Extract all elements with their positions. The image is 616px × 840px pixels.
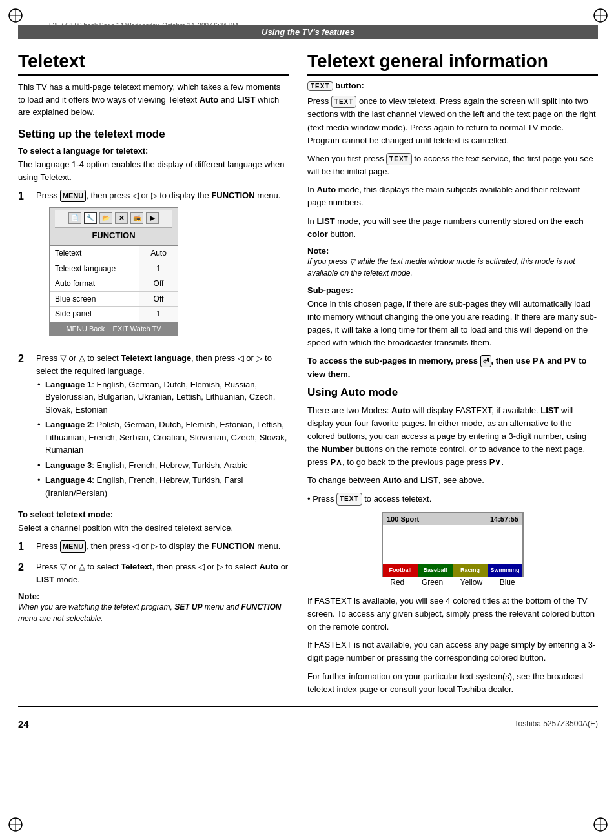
step-1b: 1 Press MENU, then press ◁ or ▷ to displ… xyxy=(18,540,289,555)
fastext-screen: 100 Sport 14:57:55 Football Baseball Rac… xyxy=(382,512,524,577)
using-auto-p2: To change between Auto and LIST, see abo… xyxy=(307,474,598,487)
function-menu: 📄 🔧 📂 ✕ 📻 ▶ FUNCTION Teletext Aut xyxy=(49,207,178,336)
page-footer: 24 Toshiba 5257Z3500A(E) xyxy=(18,719,598,730)
text-btn-para2: When you first press TEXT to access the … xyxy=(307,152,598,178)
menu-row-teletext: Teletext Auto xyxy=(50,246,178,261)
menu-label-blue-screen: Blue screen xyxy=(50,292,139,307)
menu-button-inline: MENU xyxy=(60,190,86,202)
menu-label-lang: Teletext language xyxy=(50,261,139,276)
language-3-item: Language 3: English, French, Hebrew, Tur… xyxy=(36,459,289,472)
fastext-green: Baseball xyxy=(418,564,453,577)
teletext-title: Teletext xyxy=(18,51,289,76)
step-2-text: Press ▽ or △ to select Teletext language… xyxy=(36,353,272,376)
menu-icon-6: ▶ xyxy=(146,212,159,224)
step-2b-number: 2 xyxy=(18,560,32,576)
text-btn-first: TEXT xyxy=(386,153,412,166)
select-mode-desc: Select a channel position with the desir… xyxy=(18,522,289,535)
file-date-line: 5257Z3500.book Page 24 Wednesday, Octobe… xyxy=(49,22,238,29)
right-column: Teletext general information TEXT button… xyxy=(307,51,598,701)
fastext-color-bar: Football Baseball Racing Swimming xyxy=(383,564,522,577)
step-1: 1 Press MENU, then press ◁ or ▷ to displ… xyxy=(18,189,289,347)
menu-icon-3: 📂 xyxy=(99,212,112,224)
fastext-top-bar: 100 Sport 14:57:55 xyxy=(383,513,522,525)
menu-icon-4: ✕ xyxy=(115,212,128,224)
fastext-p3: For further information on your particul… xyxy=(307,670,598,696)
step-1-number: 1 xyxy=(18,189,32,205)
function-menu-table: 📄 🔧 📂 ✕ 📻 ▶ FUNCTION Teletext Aut xyxy=(49,207,178,336)
label-green: Green xyxy=(422,578,443,587)
return-btn: ⏎ xyxy=(480,355,491,367)
fastext-channel: 100 Sport xyxy=(387,515,419,523)
menu-value-teletext: Auto xyxy=(139,246,178,261)
menu-label-auto-format: Auto format xyxy=(50,276,139,291)
step-1b-content: Press MENU, then press ◁ or ▷ to display… xyxy=(36,540,289,553)
fastext-blue: Swimming xyxy=(488,564,522,577)
step-2b-content: Press ▽ or △ to select Teletext, then pr… xyxy=(36,560,289,586)
menu-value-blue-screen: Off xyxy=(139,292,178,307)
menu-icon-5: 📻 xyxy=(130,212,143,224)
menu-value-lang: 1 xyxy=(139,261,178,276)
menu-title: FUNCTION xyxy=(55,227,172,243)
note-label-1: Note: xyxy=(18,591,289,601)
text-btn-label: TEXT xyxy=(307,81,333,91)
step-1-press: Press xyxy=(36,190,60,200)
button-heading-text: button: xyxy=(335,81,364,90)
step-1b-press: Press xyxy=(36,541,60,551)
step-2b: 2 Press ▽ or △ to select Teletext, then … xyxy=(18,560,289,586)
corner-mark-bl xyxy=(6,815,25,834)
text-button-heading: TEXT button: xyxy=(307,81,598,91)
menu-row-teletext-lang: Teletext language 1 xyxy=(50,261,178,277)
select-language-heading: To select a language for teletext: xyxy=(18,146,289,156)
step-1b-rest: , then press ◁ or ▷ to display the FUNCT… xyxy=(86,541,280,551)
list-mode-desc: In LIST mode, you will see the page numb… xyxy=(307,215,598,241)
auto-mode-desc: In Auto mode, this displays the main sub… xyxy=(307,183,598,209)
sub-pages-heading: Sub-pages: xyxy=(307,285,598,295)
fastext-p2: If FASTEXT is not available, you can acc… xyxy=(307,639,598,664)
footer-divider xyxy=(18,706,598,707)
using-auto-p1: There are two Modes: Auto will display F… xyxy=(307,404,598,469)
fastext-main-area xyxy=(383,525,522,564)
menu-label-side-panel: Side panel xyxy=(50,307,139,322)
step-2: 2 Press ▽ or △ to select Teletext langua… xyxy=(18,352,289,504)
menu-icon-2: 🔧 xyxy=(84,212,97,224)
fastext-yellow: Racing xyxy=(453,564,488,577)
language-4-item: Language 4: English, French, Hebrew, Tur… xyxy=(36,474,289,499)
note-box-1: Note: When you are watching the teletext… xyxy=(18,591,289,624)
note-text-1: When you are watching the teletext progr… xyxy=(18,601,289,624)
label-yellow: Yellow xyxy=(460,578,482,587)
corner-mark-tl xyxy=(6,6,25,25)
fastext-labels: Red Green Yellow Blue xyxy=(382,578,524,587)
fastext-diagram: 100 Sport 14:57:55 Football Baseball Rac… xyxy=(307,512,598,587)
language-1-item: Language 1: English, German, Dutch, Flem… xyxy=(36,378,289,416)
text-btn-para1: Press TEXT once to view teletext. Press … xyxy=(307,95,598,147)
menu-value-auto-format: Off xyxy=(139,276,178,291)
step-2b-text: Press ▽ or △ to select Teletext, then pr… xyxy=(36,562,288,584)
menu-button-inline-2: MENU xyxy=(60,540,86,553)
language-list: Language 1: English, German, Dutch, Flem… xyxy=(36,378,289,500)
menu-header: 📄 🔧 📂 ✕ 📻 ▶ FUNCTION xyxy=(50,207,178,245)
setting-up-title: Setting up the teletext mode xyxy=(18,128,289,141)
page-number: 24 xyxy=(18,719,29,730)
step-1b-number: 1 xyxy=(18,539,32,555)
note-label-2: Note: xyxy=(307,246,598,256)
label-red: Red xyxy=(390,578,404,587)
menu-row-blue-screen: Blue screen Off xyxy=(50,292,178,307)
select-mode-heading: To select teletext mode: xyxy=(18,509,289,519)
fastext-time: 14:57:55 xyxy=(490,515,518,523)
corner-mark-br xyxy=(591,815,610,834)
menu-value-side-panel: 1 xyxy=(139,307,178,322)
menu-row-auto-format: Auto format Off xyxy=(50,276,178,292)
menu-footer-row: MENU Back EXIT Watch TV xyxy=(50,322,178,336)
language-desc: The language 1-4 option enables the disp… xyxy=(18,158,289,184)
step-1-content: Press MENU, then press ◁ or ▷ to display… xyxy=(36,189,289,347)
step-1-rest: , then press ◁ or ▷ to display the FUNCT… xyxy=(86,190,280,200)
using-auto-title: Using Auto mode xyxy=(307,386,598,399)
fastext-red: Football xyxy=(383,564,418,577)
access-sub-pages-text: To access the sub-pages in memory, press… xyxy=(307,354,598,380)
sub-pages-text: Once in this chosen page, if there are s… xyxy=(307,298,598,350)
label-blue: Blue xyxy=(500,578,515,587)
corner-mark-tr xyxy=(591,6,610,25)
press-text-line: • Press TEXT to access teletext. xyxy=(307,493,598,506)
text-btn-access: TEXT xyxy=(336,493,362,506)
left-column: Teletext This TV has a multi-page telete… xyxy=(18,51,289,701)
